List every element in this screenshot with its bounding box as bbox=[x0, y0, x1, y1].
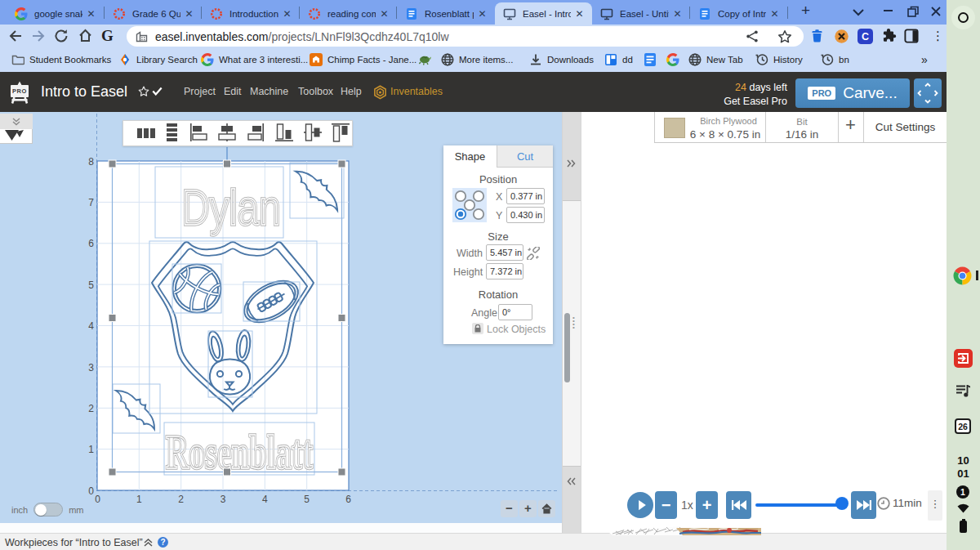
svg-text:5: 5 bbox=[304, 494, 310, 505]
svg-text:PRO: PRO bbox=[12, 87, 27, 95]
svg-text:5: 5 bbox=[88, 279, 94, 291]
svg-text:1: 1 bbox=[88, 444, 94, 455]
svg-text:6: 6 bbox=[88, 238, 94, 249]
svg-text:7: 7 bbox=[88, 197, 94, 208]
svg-text:C: C bbox=[862, 31, 869, 42]
svg-text:8: 8 bbox=[88, 156, 94, 168]
svg-text:0: 0 bbox=[88, 485, 94, 497]
svg-text:3: 3 bbox=[88, 362, 94, 373]
svg-text:2: 2 bbox=[178, 494, 184, 505]
svg-text:3: 3 bbox=[220, 494, 226, 505]
svg-text:2: 2 bbox=[88, 403, 94, 414]
svg-text:4: 4 bbox=[88, 320, 94, 332]
svg-text:Dylan: Dylan bbox=[182, 179, 281, 235]
svg-text:1: 1 bbox=[136, 494, 142, 505]
svg-text:Rosenblatt: Rosenblatt bbox=[166, 425, 313, 479]
svg-text:4: 4 bbox=[262, 494, 268, 505]
svg-text:6: 6 bbox=[345, 494, 351, 505]
svg-text:0: 0 bbox=[95, 494, 100, 505]
